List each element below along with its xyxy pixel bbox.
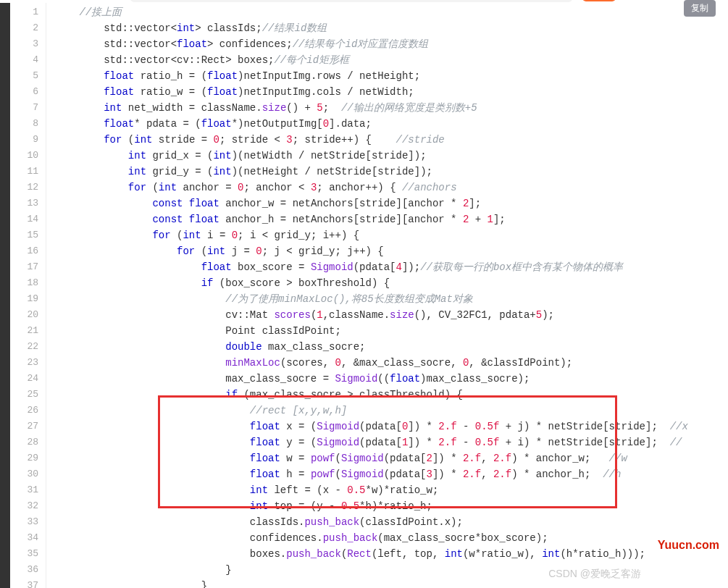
line-number: 28 — [10, 434, 38, 450]
code-line: Point classIdPoint; — [55, 323, 728, 339]
line-number: 31 — [10, 482, 38, 498]
code-line: //为了使用minMaxLoc(),将85长度数组变成Mat对象 — [55, 291, 728, 307]
line-number: 26 — [10, 403, 38, 419]
code-container: 1234567891011121314151617181920212223242… — [0, 0, 728, 588]
code-line: float box_score = Sigmoid(pdata[4]);//获取… — [55, 259, 728, 275]
code-line: for (int i = 0; i < grid_y; i++) { — [55, 227, 728, 243]
code-line: float y = (Sigmoid(pdata[1]) * 2.f - 0.5… — [55, 434, 728, 450]
line-number: 8 — [10, 116, 38, 132]
code-line: float x = (Sigmoid(pdata[0]) * 2.f - 0.5… — [55, 419, 728, 434]
code-line: classIds.push_back(classIdPoint.x); — [55, 514, 728, 530]
line-number: 5 — [10, 68, 38, 84]
code-line: float w = powf(Sigmoid(pdata[2]) * 2.f, … — [55, 450, 728, 466]
code-line: confidences.push_back(max_class_socre*bo… — [55, 530, 728, 546]
line-number: 18 — [10, 275, 38, 291]
line-number: 10 — [10, 148, 38, 164]
line-number: 33 — [10, 514, 38, 530]
code-line: double max_class_socre; — [55, 339, 728, 355]
line-number: 7 — [10, 100, 38, 116]
line-number: 4 — [10, 52, 38, 68]
line-number: 37 — [10, 578, 38, 588]
watermark-yuucn: Yuucn.com — [658, 539, 719, 552]
code-area[interactable]: //接上面 std::vector<int> classIds;//结果id数组… — [46, 3, 728, 588]
line-number: 2 — [10, 20, 38, 36]
code-line: float ratio_w = (float)netInputImg.cols … — [55, 84, 728, 100]
line-number: 24 — [10, 371, 38, 387]
code-line: //rect [x,y,w,h] — [55, 403, 728, 419]
code-line: std::vector<float> confidences;//结果每个id对… — [55, 36, 728, 52]
code-line: float ratio_h = (float)netInputImg.rows … — [55, 68, 728, 84]
code-line: float h = powf(Sigmoid(pdata[3]) * 2.f, … — [55, 466, 728, 482]
code-line: max_class_socre = Sigmoid((float)max_cla… — [55, 371, 728, 387]
line-number: 9 — [10, 132, 38, 148]
line-number: 34 — [10, 530, 38, 546]
code-line: for (int anchor = 0; anchor < 3; anchor+… — [55, 180, 728, 196]
line-number: 23 — [10, 355, 38, 371]
line-number: 20 — [10, 307, 38, 323]
code-line: float* pdata = (float*)netOutputImg[0].d… — [55, 116, 728, 132]
left-margin-bar — [0, 3, 10, 588]
search-bar-edge — [130, 0, 572, 2]
line-number: 17 — [10, 259, 38, 275]
line-number: 19 — [10, 291, 38, 307]
code-line: minMaxLoc(scores, 0, &max_class_socre, 0… — [55, 355, 728, 371]
line-number: 21 — [10, 323, 38, 339]
line-number: 6 — [10, 84, 38, 100]
line-number: 16 — [10, 243, 38, 259]
code-line: std::vector<int> classIds;//结果id数组 — [55, 20, 728, 36]
code-line: if (max_class_socre > classThreshold) { — [55, 387, 728, 403]
code-line: int grid_y = (int)(netHeight / netStride… — [55, 164, 728, 180]
code-line: const float anchor_h = netAnchors[stride… — [55, 211, 728, 227]
line-number: 36 — [10, 562, 38, 578]
line-number-gutter: 1234567891011121314151617181920212223242… — [10, 3, 46, 588]
code-line: boxes.push_back(Rect(left, top, int(w*ra… — [55, 546, 728, 562]
watermark-csdn: CSDN @爱晚乏客游 — [548, 568, 641, 581]
line-number: 13 — [10, 196, 38, 211]
line-number: 25 — [10, 387, 38, 403]
line-number: 3 — [10, 36, 38, 52]
code-line: for (int stride = 0; stride < 3; stride+… — [55, 132, 728, 148]
code-line: int left = (x - 0.5*w)*ratio_w; — [55, 482, 728, 498]
code-line: int top = (y - 0.5*h)*ratio_h; — [55, 498, 728, 514]
line-number: 27 — [10, 419, 38, 434]
code-line: if (box_score > boxThreshold) { — [55, 275, 728, 291]
line-number: 1 — [10, 4, 38, 20]
orange-accent — [582, 0, 616, 1]
code-line: std::vector<cv::Rect> boxes;//每个id矩形框 — [55, 52, 728, 68]
line-number: 14 — [10, 211, 38, 227]
line-number: 11 — [10, 164, 38, 180]
code-line: int grid_x = (int)(netWidth / netStride[… — [55, 148, 728, 164]
code-line: cv::Mat scores(1,className.size(), CV_32… — [55, 307, 728, 323]
code-line: for (int j = 0; j < grid_y; j++) { — [55, 243, 728, 259]
line-number: 29 — [10, 450, 38, 466]
line-number: 15 — [10, 227, 38, 243]
code-line: int net_width = className.size() + 5; //… — [55, 100, 728, 116]
line-number: 32 — [10, 498, 38, 514]
line-number: 12 — [10, 180, 38, 196]
line-number: 22 — [10, 339, 38, 355]
line-number: 35 — [10, 546, 38, 562]
code-line: const float anchor_w = netAnchors[stride… — [55, 196, 728, 211]
code-line: //接上面 — [55, 4, 728, 20]
line-number: 30 — [10, 466, 38, 482]
